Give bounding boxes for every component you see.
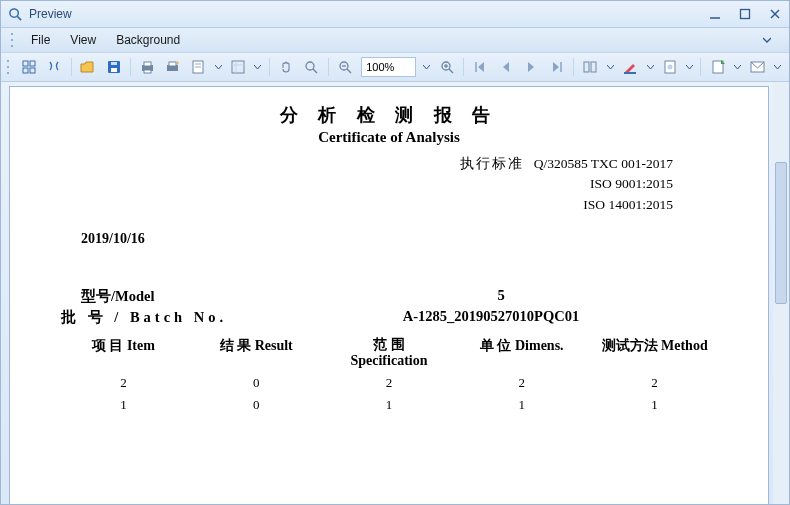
export-doc-dropdown[interactable] [732, 56, 743, 78]
svg-line-26 [347, 69, 351, 73]
std-2: ISO 9001:2015 [590, 176, 673, 191]
svg-line-30 [449, 69, 453, 73]
scrollbar-thumb[interactable] [775, 162, 787, 304]
col-spec: 范 围 Specification [323, 337, 456, 369]
hand-tool-icon[interactable] [274, 55, 297, 79]
multipage-icon[interactable] [579, 55, 602, 79]
email-dropdown[interactable] [772, 56, 783, 78]
save-icon[interactable] [102, 55, 125, 79]
batch-value: A-1285_20190527010PQC01 [261, 308, 721, 327]
prev-page-icon[interactable] [494, 55, 517, 79]
scale-icon[interactable] [227, 55, 250, 79]
std-label: 执行标准 [460, 156, 524, 171]
svg-rect-12 [111, 62, 117, 65]
client-area: 分 析 检 测 报 告 Certificate of Analysis 执行标准… [1, 82, 789, 504]
color-icon[interactable] [619, 55, 642, 79]
cell-method: 1 [588, 397, 721, 413]
zoom-in-icon[interactable] [435, 55, 458, 79]
table-row: 1 0 1 1 1 [57, 397, 721, 413]
svg-point-0 [9, 8, 17, 16]
page-setup-dropdown[interactable] [213, 56, 224, 78]
quick-print-icon[interactable] [161, 55, 184, 79]
cell-result: 0 [190, 397, 323, 413]
batch-label: 批 号 / Batch No. [57, 308, 261, 327]
zoom-dropdown[interactable] [421, 56, 432, 78]
cell-dimens: 1 [455, 397, 588, 413]
scale-dropdown[interactable] [252, 56, 263, 78]
cell-spec: 2 [323, 375, 456, 391]
svg-rect-7 [30, 61, 35, 66]
col-spec-en: Specification [323, 353, 456, 369]
zoom-input[interactable]: 100% [361, 57, 416, 77]
col-spec-cn: 范 围 [323, 337, 456, 353]
model-value: 5 [281, 287, 721, 306]
svg-rect-34 [591, 62, 596, 72]
maximize-button[interactable] [737, 6, 753, 22]
page-setup-icon[interactable] [187, 55, 210, 79]
window-title: Preview [29, 7, 707, 21]
menu-background[interactable]: Background [106, 30, 190, 50]
cell-result: 0 [190, 375, 323, 391]
svg-rect-6 [23, 61, 28, 66]
app-icon [7, 6, 23, 22]
svg-rect-15 [144, 70, 151, 73]
close-button[interactable] [767, 6, 783, 22]
open-icon[interactable] [77, 55, 100, 79]
toolbar-grip [7, 60, 13, 74]
svg-rect-14 [144, 62, 151, 66]
svg-rect-3 [741, 10, 750, 19]
preview-window: Preview File View Background [0, 0, 790, 505]
print-icon[interactable] [136, 55, 159, 79]
col-method: 测试方法 Method [588, 337, 721, 369]
col-item: 项 目 Item [57, 337, 190, 369]
col-result: 结 果 Result [190, 337, 323, 369]
cell-method: 2 [588, 375, 721, 391]
first-page-icon[interactable] [469, 55, 492, 79]
svg-point-37 [667, 65, 672, 70]
svg-line-23 [313, 69, 317, 73]
std-1: Q/320585 TXC 001-2017 [534, 156, 673, 171]
email-icon[interactable] [746, 55, 769, 79]
export-doc-icon[interactable] [706, 55, 729, 79]
svg-rect-33 [584, 62, 589, 72]
doc-title-en: Certificate of Analysis [57, 129, 721, 146]
next-page-icon[interactable] [520, 55, 543, 79]
svg-rect-17 [169, 62, 176, 66]
window-controls [707, 6, 783, 22]
toolbar: 100% [1, 53, 789, 82]
svg-rect-21 [232, 61, 244, 73]
svg-rect-11 [111, 68, 117, 72]
magnifier-icon[interactable] [300, 55, 323, 79]
menubar-overflow[interactable] [755, 36, 779, 44]
menu-file[interactable]: File [21, 30, 60, 50]
color-dropdown[interactable] [644, 56, 655, 78]
watermark-dropdown[interactable] [684, 56, 695, 78]
doc-title-cn: 分 析 检 测 报 告 [57, 103, 721, 127]
thumbnails-icon[interactable] [18, 55, 41, 79]
col-dimens: 单 位 Dimens. [455, 337, 588, 369]
menubar-grip [11, 33, 17, 47]
svg-line-1 [17, 16, 21, 20]
table-row: 2 0 2 2 2 [57, 375, 721, 391]
vertical-scrollbar[interactable] [773, 82, 789, 504]
standards-block: 执行标准 Q/320585 TXC 001-2017 ISO 9001:2015… [57, 154, 673, 215]
std-3: ISO 14001:2015 [583, 197, 673, 212]
minimize-button[interactable] [707, 6, 723, 22]
svg-point-22 [306, 62, 314, 70]
find-icon[interactable] [43, 55, 66, 79]
menu-view[interactable]: View [60, 30, 106, 50]
zoom-out-icon[interactable] [334, 55, 357, 79]
table-header: 项 目 Item 结 果 Result 范 围 Specification 单 … [57, 337, 721, 369]
cell-item: 2 [57, 375, 190, 391]
last-page-icon[interactable] [546, 55, 569, 79]
cell-spec: 1 [323, 397, 456, 413]
model-label: 型号/Model [57, 287, 281, 306]
svg-rect-8 [23, 68, 28, 73]
menubar: File View Background [1, 28, 789, 53]
watermark-icon[interactable] [659, 55, 682, 79]
multipage-dropdown[interactable] [605, 56, 616, 78]
svg-rect-35 [624, 72, 636, 74]
titlebar: Preview [1, 1, 789, 28]
cell-dimens: 2 [455, 375, 588, 391]
cell-item: 1 [57, 397, 190, 413]
